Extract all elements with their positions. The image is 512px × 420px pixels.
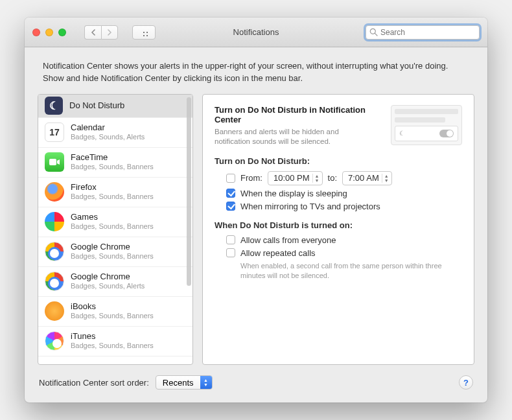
app-row-ibooks[interactable]: iBooksBadges, Sounds, Banners [38, 297, 192, 327]
gm-icon [45, 212, 64, 231]
scrollbar[interactable] [187, 97, 191, 286]
repeated-calls-help: When enabled, a second call from the sam… [240, 261, 462, 281]
app-row-do-not-disturb[interactable]: ☾Do Not Disturb [38, 95, 192, 118]
popup-arrows-icon: ▲▼ [200, 376, 212, 389]
mirror-row: When mirroring to TVs and projectors [226, 202, 462, 211]
to-label: to: [328, 173, 337, 183]
app-name-label: Google Chrome [71, 242, 154, 252]
app-row-games[interactable]: GamesBadges, Sounds, Banners [38, 207, 192, 237]
app-sub-label: Badges, Sounds, Alerts [71, 282, 145, 290]
app-sub-label: Badges, Sounds, Banners [71, 342, 154, 350]
app-row-calendar[interactable]: 17CalendarBadges, Sounds, Alerts [38, 118, 192, 148]
stepper-down-icon[interactable]: ▼ [315, 178, 320, 183]
app-name-label: Google Chrome [71, 272, 145, 282]
footer: Notification Center sort order: Recents … [25, 365, 487, 402]
app-sub-label: Badges, Sounds, Banners [71, 252, 154, 261]
ff-icon [45, 182, 64, 202]
stepper-down-icon[interactable]: ▼ [384, 178, 389, 183]
dnd-icon: ☾ [45, 97, 63, 115]
app-sub-label: Badges, Sounds, Alerts [71, 133, 145, 141]
chevron-left-icon [91, 29, 96, 36]
intro-text: Notification Center shows your alerts in… [25, 47, 487, 94]
detail-subtitle: Banners and alerts will be hidden and no… [215, 127, 364, 147]
turn-on-header: Turn on Do Not Disturb: [215, 156, 462, 166]
svg-line-1 [375, 33, 377, 36]
preferences-window: Notifications Notification Center shows … [25, 18, 487, 402]
zoom-button[interactable] [58, 29, 66, 36]
app-name-label: Calendar [71, 123, 145, 133]
schedule-checkbox[interactable] [226, 174, 235, 183]
content-area: ☾Do Not Disturb 17CalendarBadges, Sounds… [25, 94, 487, 365]
app-name-label: iBooks [71, 302, 154, 312]
app-row-itunes[interactable]: iTunesBadges, Sounds, Banners [38, 327, 192, 356]
search-field-wrap [366, 25, 480, 40]
app-sub-label: Badges, Sounds, Banners [71, 222, 154, 231]
allow-repeated-checkbox[interactable] [226, 248, 235, 257]
allow-everyone-checkbox[interactable] [226, 235, 235, 244]
it-icon [45, 331, 64, 351]
to-time-field[interactable]: 7:00 AM ▲▼ [342, 171, 392, 185]
allow-everyone-label: Allow calls from everyone [240, 235, 336, 245]
window-controls [32, 29, 66, 36]
notification-center-preview: ☾ [391, 105, 462, 145]
sort-order-label: Notification Center sort order: [39, 378, 149, 388]
moon-icon: ☾ [399, 130, 405, 137]
app-name-label: Do Not Disturb [69, 101, 124, 111]
stepper-up-icon[interactable]: ▲ [315, 174, 320, 178]
from-time-field[interactable]: 10:00 PM ▲▼ [268, 171, 323, 185]
app-row-google-chrome[interactable]: Google ChromeBadges, Sounds, Banners [38, 237, 192, 267]
ib-icon [45, 301, 64, 321]
app-row-facetime[interactable]: FaceTimeBadges, Sounds, Banners [38, 148, 192, 178]
close-button[interactable] [32, 29, 40, 36]
search-input[interactable] [366, 25, 480, 40]
search-icon [369, 28, 378, 36]
stepper-up-icon[interactable]: ▲ [384, 174, 389, 178]
gc-icon [45, 272, 64, 291]
app-list-column: ☾Do Not Disturb 17CalendarBadges, Sounds… [38, 94, 193, 365]
allow-everyone-row: Allow calls from everyone [226, 235, 462, 245]
sort-order-value: Recents [156, 378, 200, 388]
app-list[interactable]: ☾Do Not Disturb 17CalendarBadges, Sounds… [38, 94, 193, 365]
forward-button[interactable] [101, 25, 118, 40]
sleep-row: When the display is sleeping [226, 189, 462, 198]
toggle-icon [439, 130, 454, 137]
allow-repeated-label: Allow repeated calls [240, 248, 316, 258]
detail-pane: Turn on Do Not Disturb in Notification C… [202, 94, 474, 365]
grid-icon [139, 29, 148, 36]
help-button[interactable]: ? [459, 375, 473, 390]
mirroring-checkbox[interactable] [226, 202, 235, 211]
app-name-label: Firefox [71, 183, 154, 192]
from-time-value: 10:00 PM [273, 173, 310, 183]
titlebar: Notifications [25, 18, 487, 47]
chevron-right-icon [107, 29, 112, 36]
app-sub-label: Badges, Sounds, Banners [71, 312, 154, 320]
to-time-value: 7:00 AM [348, 173, 379, 183]
back-button[interactable] [84, 25, 101, 40]
app-name-label: iTunes [71, 332, 154, 342]
cal-icon: 17 [45, 122, 64, 142]
app-row-firefox[interactable]: FirefoxBadges, Sounds, Banners [38, 178, 192, 207]
detail-title: Turn on Do Not Disturb in Notification C… [215, 105, 383, 124]
nav-buttons [84, 25, 118, 40]
gc-icon [45, 242, 64, 261]
app-sub-label: Badges, Sounds, Banners [71, 192, 154, 201]
schedule-row: From: 10:00 PM ▲▼ to: 7:00 AM ▲▼ [226, 171, 462, 185]
mirroring-label: When mirroring to TVs and projectors [240, 202, 380, 211]
minimize-button[interactable] [45, 29, 53, 36]
show-all-button[interactable] [132, 25, 156, 40]
display-sleeping-label: When the display is sleeping [240, 189, 347, 198]
app-row-google-chrome[interactable]: Google ChromeBadges, Sounds, Alerts [38, 267, 192, 297]
app-name-label: FaceTime [71, 153, 154, 163]
app-sub-label: Badges, Sounds, Banners [71, 163, 154, 171]
when-on-header: When Do Not Disturb is turned on: [215, 220, 462, 230]
from-label: From: [240, 173, 262, 183]
app-name-label: Games [71, 213, 154, 222]
svg-rect-2 [49, 159, 56, 165]
ft-icon [45, 152, 64, 172]
display-sleeping-checkbox[interactable] [226, 189, 235, 198]
sort-order-popup[interactable]: Recents ▲▼ [156, 375, 213, 390]
allow-repeated-row: Allow repeated calls [226, 248, 462, 258]
